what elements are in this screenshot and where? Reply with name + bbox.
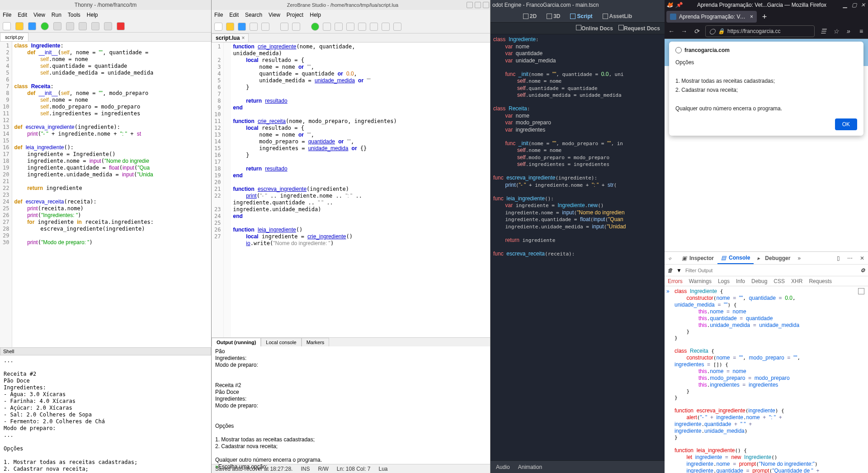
cat-requests[interactable]: Requests <box>806 278 835 284</box>
replace-icon[interactable] <box>292 23 300 31</box>
tab-local-console[interactable]: Local console <box>261 338 301 346</box>
close-icon[interactable]: ✕ <box>860 2 866 8</box>
clear-console-icon[interactable]: 🗑 <box>667 267 673 274</box>
step-into-icon[interactable] <box>79 22 87 30</box>
reader-icon[interactable]: ☰ <box>819 27 827 35</box>
url-bar[interactable]: ◯ 🔒 https://francogarcia.cc <box>705 25 815 37</box>
thonny-editor[interactable]: 1 2 3 4 5 6 7 8 9 10 11 12 13 14 15 16 1… <box>0 42 211 347</box>
step-out-icon[interactable] <box>91 22 99 30</box>
panel-audio[interactable]: Audio <box>496 464 510 470</box>
cat-xhr[interactable]: XHR <box>788 278 806 284</box>
panel-animation[interactable]: Animation <box>518 464 542 470</box>
devtools-close-icon[interactable]: ✕ <box>856 252 868 264</box>
resume-icon[interactable] <box>104 22 112 30</box>
project-dir-icon[interactable] <box>261 23 269 31</box>
back-icon[interactable]: ← <box>667 27 675 35</box>
tabs-overflow-icon[interactable]: » <box>794 252 804 264</box>
menu-edit[interactable]: Edit <box>229 12 239 18</box>
zbs-fold-column[interactable] <box>224 43 231 337</box>
tab-output[interactable]: Output (running) <box>212 338 261 346</box>
shield-icon[interactable]: ◯ <box>709 28 715 34</box>
tab-markers[interactable]: Markers <box>302 338 330 346</box>
devtools-more-icon[interactable]: ⋯ <box>844 252 856 264</box>
save-all-icon[interactable] <box>250 23 258 31</box>
maximize-icon[interactable]: ▢ <box>851 2 857 8</box>
request-docs-link[interactable]: Request Docs <box>618 25 660 32</box>
console-settings-icon[interactable]: ⚙ <box>860 267 865 274</box>
new-tab-button[interactable]: + <box>759 11 770 23</box>
menu-run[interactable]: Run <box>52 12 61 18</box>
save-icon[interactable] <box>238 23 246 31</box>
tab-console[interactable]: ▤Console <box>717 252 754 264</box>
devtools-picker-icon[interactable]: ⟐ <box>665 252 678 264</box>
break-icon[interactable] <box>335 23 343 31</box>
app-menu-icon[interactable]: ≡ <box>857 27 865 35</box>
maximize-icon[interactable] <box>475 2 481 8</box>
debug-icon[interactable] <box>53 22 61 30</box>
menu-tools[interactable]: Tools <box>68 12 80 18</box>
cat-warnings[interactable]: Warnings <box>686 278 715 284</box>
dialog-ok-button[interactable]: OK <box>835 118 857 130</box>
menu-view[interactable]: View <box>33 12 45 18</box>
cat-css[interactable]: CSS <box>770 278 788 284</box>
run-no-debug-icon[interactable] <box>323 23 331 31</box>
godot-script-editor[interactable]: class Ingrediente: var nome var quantida… <box>491 34 665 460</box>
thonny-code-text[interactable]: class Ingrediente: def __init__(self, no… <box>12 42 211 347</box>
workspace-script[interactable]: Script <box>567 12 595 21</box>
devtools-docking-icon[interactable]: ▯ <box>833 252 844 264</box>
open-file-icon[interactable] <box>226 23 234 31</box>
menu-file[interactable]: File <box>3 12 11 18</box>
step-out-icon[interactable] <box>370 23 378 31</box>
cat-info[interactable]: Info <box>733 278 748 284</box>
workspace-2d[interactable]: 2D <box>520 12 539 21</box>
workspace-assetlib[interactable]: AssetLib <box>600 12 635 21</box>
find-icon[interactable] <box>280 23 288 31</box>
save-file-icon[interactable] <box>28 22 36 30</box>
tab-inspector[interactable]: ▣Inspector <box>678 252 717 264</box>
menu-search[interactable]: Search <box>245 12 262 18</box>
tab-script-lua[interactable]: script.lua× <box>212 33 249 42</box>
step-over-icon[interactable] <box>66 22 74 30</box>
online-docs-link[interactable]: Online Docs <box>576 25 613 32</box>
menu-project[interactable]: Project <box>287 12 303 18</box>
stop-icon[interactable] <box>117 22 125 30</box>
filter-input[interactable] <box>685 268 857 273</box>
forward-icon[interactable]: → <box>680 27 688 35</box>
zbs-output[interactable]: Pão Ingredientes: Modo de preparo: Recei… <box>212 346 490 464</box>
tab-script-py[interactable]: script.py <box>0 33 28 41</box>
new-file-icon[interactable] <box>214 23 222 31</box>
cat-debug[interactable]: Debug <box>748 278 770 284</box>
menu-edit[interactable]: Edit <box>18 12 27 18</box>
cat-logs[interactable]: Logs <box>715 278 733 284</box>
step-over-icon[interactable] <box>358 23 366 31</box>
zbs-code-text[interactable]: function crie_ingrediente(nome, quantida… <box>231 43 490 337</box>
tab-debugger[interactable]: ▸Debugger <box>754 252 794 264</box>
thonny-shell[interactable]: ... Receita #2 Pão Doce Ingredientes: - … <box>0 355 211 473</box>
pin-icon[interactable]: 📌 <box>675 2 682 8</box>
menu-help[interactable]: Help <box>310 12 321 18</box>
close-icon[interactable] <box>483 2 489 8</box>
menu-file[interactable]: File <box>214 12 223 18</box>
zbs-editor[interactable]: 1 2 3 4 5 6 7 8 9 10 11 12 13 14 15 16 1… <box>212 42 490 337</box>
filter-icon[interactable]: ▼ <box>676 267 682 274</box>
bookmark-icon[interactable]: ☆ <box>832 27 840 35</box>
minimize-icon[interactable] <box>467 2 473 8</box>
scratchpad-icon[interactable] <box>858 288 864 294</box>
minimize-icon[interactable]: ▁ <box>842 2 848 8</box>
open-file-icon[interactable] <box>15 22 24 30</box>
cat-errors[interactable]: Errors <box>665 278 686 284</box>
menu-help[interactable]: Help <box>87 12 98 18</box>
tab-close-icon[interactable]: × <box>750 14 753 20</box>
tab-close-icon[interactable]: × <box>241 35 245 41</box>
overflow-icon[interactable]: » <box>844 27 853 35</box>
workspace-3d[interactable]: 3D <box>544 12 563 21</box>
console-output[interactable]: »class Ingrediente { constructor(nome = … <box>665 286 868 473</box>
new-file-icon[interactable] <box>3 22 11 30</box>
stack-icon[interactable] <box>393 23 401 31</box>
step-into-icon[interactable] <box>346 23 354 31</box>
reload-icon[interactable]: ⟳ <box>693 27 701 35</box>
browser-tab[interactable]: Aprenda Programação: Vetor × <box>666 11 757 23</box>
thonny-shell-header[interactable]: Shell <box>0 347 211 355</box>
start-debug-icon[interactable] <box>311 23 319 31</box>
run-icon[interactable] <box>41 22 49 30</box>
